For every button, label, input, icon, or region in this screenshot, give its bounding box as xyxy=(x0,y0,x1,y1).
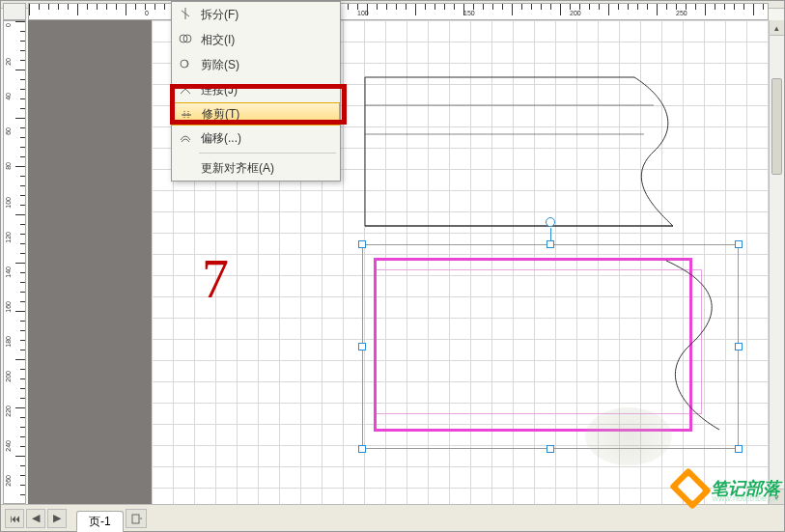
scroll-up-button[interactable]: ▴ xyxy=(770,20,784,36)
resize-handle-sw[interactable] xyxy=(358,445,366,453)
menu-item-subtract[interactable]: 剪除(S) xyxy=(172,52,340,77)
menu-item-update-align[interactable]: 更新对齐框(A) xyxy=(172,155,340,181)
wave-shape-right[interactable] xyxy=(661,256,729,434)
page-first-button[interactable]: ⏮ xyxy=(5,509,24,528)
menu-item-trim[interactable]: 修剪(T) xyxy=(172,102,340,126)
menu-label: 拆分(F) xyxy=(201,7,238,23)
menu-label: 相交(I) xyxy=(201,32,235,48)
intersect-icon xyxy=(178,31,193,46)
menu-separator xyxy=(199,153,336,154)
resize-handle-s[interactable] xyxy=(547,445,554,453)
trim-icon xyxy=(179,107,194,123)
ruler-horizontal[interactable]: 050100150200250300 xyxy=(28,3,769,20)
menu-label: 更新对齐框(A) xyxy=(201,160,274,177)
vertical-scrollbar[interactable]: ▴ ▾ xyxy=(769,20,784,504)
app-window: 050100150200250300 020406080100120140160… xyxy=(0,0,785,532)
pink-rectangle-shape[interactable] xyxy=(374,258,692,432)
scroll-thumb[interactable] xyxy=(771,78,782,175)
status-bar: ⏮ ◀ ▶ 页-1 xyxy=(1,504,784,531)
menu-label: 剪除(S) xyxy=(201,57,239,73)
page-next-button[interactable]: ▶ xyxy=(47,509,67,528)
ruler-vertical[interactable]: 020406080100120140160180200220240260280 xyxy=(3,20,26,504)
watermark-subtext: www.notetribe.cn xyxy=(712,493,778,503)
canvas[interactable]: 7 xyxy=(28,20,769,504)
shape-flag-top[interactable] xyxy=(364,76,678,227)
add-page-icon xyxy=(130,513,142,524)
resize-handle-e[interactable] xyxy=(735,343,743,350)
resize-handle-w[interactable] xyxy=(358,343,366,350)
menu-item-split[interactable]: 拆分(F) xyxy=(172,2,340,27)
selection-group[interactable] xyxy=(362,244,739,449)
svg-rect-12 xyxy=(132,515,139,523)
resize-handle-ne[interactable] xyxy=(735,240,743,248)
subtract-icon xyxy=(178,56,193,71)
context-menu: 拆分(F) 相交(I) 剪除(S) 连接(J) 修剪(T) 偏移(...) 更新… xyxy=(171,1,341,182)
ruler-v-ticks: 020406080100120140160180200220240260280 xyxy=(4,21,25,503)
resize-handle-nw[interactable] xyxy=(358,240,366,248)
wave-svg xyxy=(661,256,729,434)
add-page-button[interactable] xyxy=(126,509,147,528)
offset-icon xyxy=(178,129,193,145)
pasteboard-margin xyxy=(28,20,152,504)
menu-item-connect[interactable]: 连接(J) xyxy=(172,77,340,102)
watermark-seal xyxy=(585,407,672,465)
flag-shape-svg xyxy=(364,76,678,227)
resize-handle-n[interactable] xyxy=(547,240,554,248)
menu-item-intersect[interactable]: 相交(I) xyxy=(172,27,340,52)
menu-label: 连接(J) xyxy=(201,82,238,98)
menu-item-offset[interactable]: 偏移(...) xyxy=(172,126,340,151)
resize-handle-se[interactable] xyxy=(735,445,743,453)
split-icon xyxy=(178,6,193,21)
page-tab-active[interactable]: 页-1 xyxy=(76,511,124,532)
step-number: 7 xyxy=(202,248,229,310)
rotation-handle[interactable] xyxy=(546,217,555,227)
menu-label: 修剪(T) xyxy=(202,106,239,123)
page-prev-button[interactable]: ◀ xyxy=(26,509,45,528)
ruler-h-ticks: 050100150200250300 xyxy=(29,4,768,19)
svg-point-8 xyxy=(184,86,187,89)
connect-icon xyxy=(178,81,193,97)
watermark-primary: 笔记部落 www.notetribe.cn xyxy=(674,475,780,502)
menu-label: 偏移(...) xyxy=(201,130,241,147)
ruler-corner xyxy=(3,3,26,20)
